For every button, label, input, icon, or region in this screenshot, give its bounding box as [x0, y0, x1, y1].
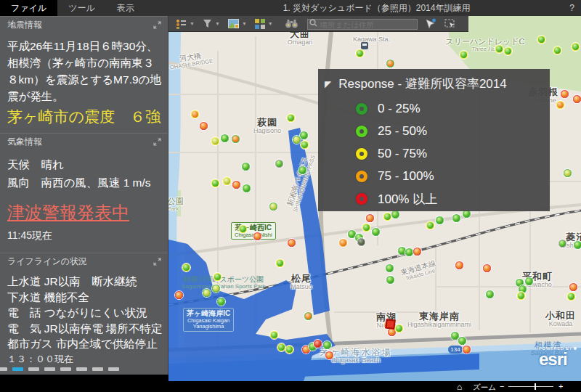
find-tool-button[interactable] [285, 19, 298, 28]
shelter-marker[interactable] [325, 351, 333, 359]
shelter-marker[interactable] [301, 141, 309, 149]
shelter-marker[interactable] [357, 238, 365, 246]
menu-view[interactable]: 表示 [106, 0, 145, 16]
shelter-marker[interactable] [460, 51, 468, 59]
legend-header[interactable]: ◤ Response - 避難所収容率2014 [318, 69, 550, 92]
shelter-marker[interactable] [486, 290, 494, 298]
shelter-marker[interactable] [455, 261, 463, 269]
shelter-marker[interactable] [293, 136, 301, 144]
shelter-marker[interactable] [211, 137, 219, 145]
shelter-marker[interactable] [537, 36, 545, 44]
shelter-marker[interactable] [270, 331, 278, 339]
shelter-marker[interactable] [239, 225, 247, 233]
shelter-marker[interactable] [362, 224, 370, 232]
shelter-marker[interactable] [451, 332, 459, 340]
shelter-marker[interactable] [200, 122, 208, 130]
shelter-marker[interactable] [561, 90, 569, 98]
pagination-dash[interactable] [44, 367, 55, 371]
shelter-marker[interactable] [217, 298, 225, 306]
pagination-dash[interactable] [28, 367, 39, 371]
zoom-out-button[interactable]: − [500, 382, 504, 391]
shelter-marker[interactable] [356, 49, 364, 57]
home-extent-button[interactable]: ⌂ [457, 382, 462, 392]
shelter-marker[interactable] [339, 239, 347, 247]
shelter-marker[interactable] [495, 45, 503, 53]
gallery-tool-button[interactable]: ▼ [255, 19, 273, 29]
shelter-marker[interactable] [232, 181, 240, 189]
pagination-dash[interactable] [60, 367, 71, 371]
basemap-tool-button[interactable]: ▼ [228, 19, 247, 28]
marquee-select-button[interactable] [444, 19, 455, 28]
shelter-marker[interactable] [405, 248, 413, 256]
shelter-marker[interactable] [232, 135, 240, 143]
shelter-marker[interactable] [211, 179, 219, 187]
shelter-marker[interactable] [553, 46, 561, 54]
shelter-marker[interactable] [366, 214, 374, 222]
shelter-marker[interactable] [517, 292, 525, 300]
shelter-marker[interactable] [558, 240, 566, 248]
shelter-marker[interactable] [567, 293, 575, 301]
shelter-marker[interactable] [288, 239, 296, 247]
zoom-in-button[interactable]: + [558, 382, 563, 391]
shelter-marker[interactable] [287, 114, 295, 122]
shelter-marker[interactable] [242, 163, 250, 171]
select-pointer-button[interactable] [425, 18, 436, 29]
shelter-marker[interactable] [525, 277, 533, 285]
shelter-marker[interactable] [391, 211, 399, 219]
shelter-marker[interactable] [436, 216, 444, 224]
pagination-dash[interactable] [12, 367, 23, 371]
shelter-marker[interactable] [314, 340, 322, 348]
shelter-marker[interactable] [383, 213, 391, 221]
shelter-marker[interactable] [504, 47, 512, 55]
shelter-marker[interactable] [212, 285, 220, 293]
shelter-marker[interactable] [223, 177, 231, 185]
shelter-marker[interactable] [175, 291, 183, 299]
shelter-marker[interactable] [398, 247, 406, 255]
shelter-marker[interactable] [221, 134, 229, 142]
help-button[interactable]: ? [569, 0, 574, 16]
legend-tool-button[interactable]: ▼ [176, 19, 195, 29]
shelter-marker[interactable] [572, 43, 580, 51]
shelter-marker[interactable] [182, 264, 190, 271]
shelter-marker[interactable] [372, 228, 380, 236]
expand-icon[interactable] [153, 258, 161, 266]
expand-icon[interactable] [153, 138, 161, 146]
pagination-dash[interactable] [0, 367, 7, 371]
shelter-marker[interactable] [395, 324, 403, 332]
shelter-marker[interactable] [564, 169, 572, 177]
shelter-marker[interactable] [386, 264, 394, 272]
shelter-marker[interactable] [426, 221, 434, 229]
shelter-marker[interactable] [191, 110, 199, 118]
shelter-marker[interactable] [458, 337, 466, 345]
shelter-marker[interactable] [304, 312, 312, 320]
shelter-marker[interactable] [569, 283, 577, 291]
menu-file[interactable]: ファイル [0, 0, 57, 16]
shelter-marker[interactable] [573, 95, 581, 103]
shelter-marker[interactable] [269, 203, 277, 211]
shelter-marker[interactable] [348, 230, 356, 238]
zoom-slider-track[interactable] [508, 386, 553, 387]
pagination-dash[interactable] [76, 367, 87, 371]
shelter-marker[interactable] [243, 184, 251, 192]
shelter-marker[interactable] [276, 259, 284, 267]
menu-tools[interactable]: ツール [57, 0, 106, 16]
pagination-dash[interactable] [92, 367, 103, 371]
shelter-marker[interactable] [300, 131, 308, 139]
shelter-marker[interactable] [203, 289, 211, 297]
filter-tool-button[interactable]: ▼ [203, 19, 220, 28]
shelter-marker[interactable] [386, 276, 394, 284]
shelter-marker[interactable] [483, 264, 491, 272]
shelter-marker[interactable] [285, 346, 293, 354]
shelter-marker[interactable] [386, 60, 394, 68]
shelter-marker[interactable] [275, 160, 283, 168]
shelter-marker[interactable] [253, 232, 261, 240]
zoom-slider-handle[interactable] [535, 383, 536, 390]
shelter-marker[interactable] [463, 346, 471, 354]
shelter-marker[interactable] [214, 273, 222, 281]
pagination-dash[interactable] [108, 367, 119, 371]
shelter-marker[interactable] [413, 248, 421, 256]
shelter-marker[interactable] [298, 166, 306, 174]
shelter-marker[interactable] [574, 241, 581, 249]
search-input[interactable] [307, 19, 418, 30]
shelter-marker[interactable] [556, 101, 564, 109]
